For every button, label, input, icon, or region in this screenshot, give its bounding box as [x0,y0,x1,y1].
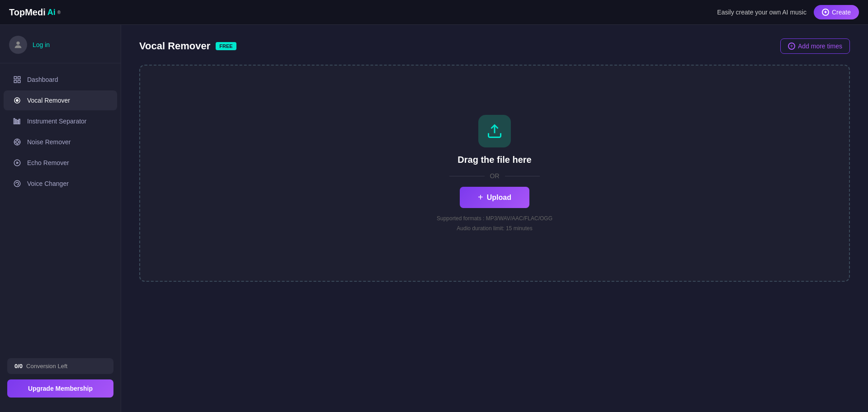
page-title: Vocal Remover [139,40,210,52]
svg-point-12 [16,141,19,143]
sidebar-item-echo-remover[interactable]: Echo Remover [4,153,117,173]
sidebar-item-vocal-remover[interactable]: Vocal Remover [4,90,117,110]
logo-text: TopMedi [9,7,46,18]
sidebar: Log in Dashboard [0,25,121,412]
mic-icon [13,96,22,105]
svg-rect-4 [18,81,20,83]
echo-icon [13,158,22,167]
sidebar-item-voice-changer[interactable]: Voice Changer [4,174,117,194]
main-layout: Log in Dashboard [0,25,868,412]
sidebar-label-voice-changer: Voice Changer [27,180,69,187]
grid-icon [13,75,22,84]
sidebar-label-echo-remover: Echo Remover [27,159,69,166]
svg-rect-7 [14,118,15,124]
sidebar-label-dashboard: Dashboard [27,76,58,83]
logo-ai: Ai [47,8,56,17]
svg-point-18 [14,180,20,187]
promo-text: Easily create your own AI music [717,9,807,16]
create-plus-icon: ✦ [822,9,829,16]
svg-rect-3 [14,81,16,83]
app-header: TopMediAi® Easily create your own AI mus… [0,0,868,25]
svg-point-0 [16,42,19,45]
svg-rect-8 [15,119,16,124]
sidebar-item-noise-remover[interactable]: Noise Remover [4,132,117,152]
svg-rect-1 [14,76,16,79]
sidebar-nav: Dashboard Vocal Remover [0,69,121,194]
sidebar-bottom: 0/0 Conversion Left Upgrade Membership [0,351,121,405]
upload-icon-wrapper [478,115,511,147]
page-title-row: Vocal Remover FREE [139,40,236,52]
avatar [9,36,27,54]
drag-text: Drag the file here [458,155,531,165]
sidebar-item-dashboard[interactable]: Dashboard [4,70,117,90]
upgrade-button[interactable]: Upgrade Membership [7,379,113,398]
upload-zone[interactable]: Drag the file here OR + Upload Supported… [139,65,850,282]
app-logo: TopMediAi® [9,7,61,18]
create-label: Create [832,9,851,16]
duration-text: Audio duration limit: 15 minutes [457,225,532,232]
header-right: Easily create your own AI music ✦ Create [717,5,859,19]
or-divider: OR [449,172,540,180]
conversion-count: 0/0 [14,363,23,369]
upload-file-icon [486,123,503,139]
login-link[interactable]: Log in [33,41,50,48]
user-section: Log in [0,32,121,63]
svg-rect-9 [17,120,18,124]
sidebar-label-instrument-separator: Instrument Separator [27,118,87,125]
main-content: Vocal Remover FREE + Add more times Drag… [121,25,868,412]
page-header: Vocal Remover FREE + Add more times [139,38,850,54]
instrument-icon [13,117,22,126]
conversion-left-label: Conversion Left [26,363,67,369]
svg-rect-2 [18,76,20,79]
add-more-label: Add more times [798,43,842,50]
conversion-left: 0/0 Conversion Left [7,358,113,374]
logo-reg: ® [57,10,61,15]
svg-point-6 [16,99,19,102]
upload-label: Upload [487,194,511,202]
free-badge: FREE [216,42,236,50]
upload-plus-icon: + [478,192,483,203]
upload-button[interactable]: + Upload [460,187,529,208]
sidebar-label-noise-remover: Noise Remover [27,138,71,146]
formats-text: Supported formats : MP3/WAV/AAC/FLAC/OGG [437,215,552,222]
voice-icon [13,179,22,188]
sidebar-item-instrument-separator[interactable]: Instrument Separator [4,111,117,131]
create-button[interactable]: ✦ Create [814,5,859,19]
add-more-plus-icon: + [788,43,795,50]
add-more-button[interactable]: + Add more times [780,38,850,54]
svg-rect-10 [19,119,20,124]
or-text: OR [490,172,500,180]
sidebar-label-vocal-remover: Vocal Remover [27,97,70,104]
noise-icon [13,137,22,147]
